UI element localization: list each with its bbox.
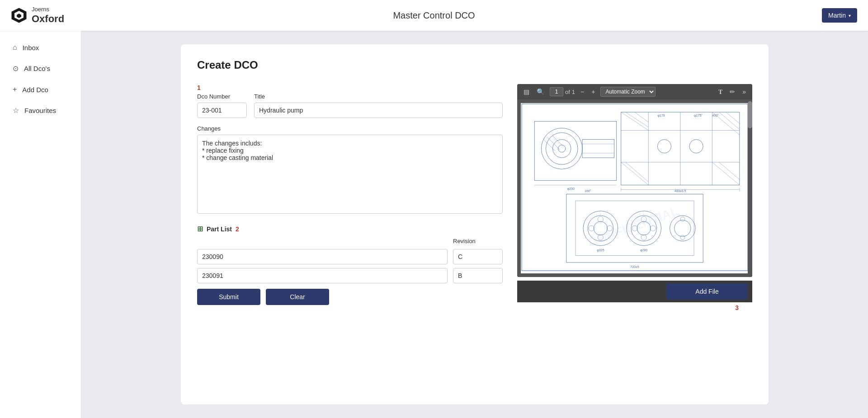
annotate-icon[interactable]: ✏ (728, 87, 737, 96)
star-icon: ☆ (13, 106, 19, 115)
sidebar: ⌂ Inbox ⊙ All Dco's + Add Dco ☆ Favourit… (0, 31, 81, 418)
more-tools-icon[interactable]: » (741, 87, 748, 96)
pdf-page-info: of 1 (550, 87, 575, 96)
search-icon: ⊙ (13, 64, 19, 73)
changes-label: Changes (197, 125, 503, 132)
add-file-button[interactable]: Add File (666, 283, 748, 300)
dco-title-row: Dco Number Title (197, 93, 503, 118)
sidebar-item-all-dcos[interactable]: ⊙ All Dco's (4, 60, 77, 77)
dco-number-group: Dco Number (197, 93, 247, 118)
part-row-2 (197, 268, 503, 283)
user-menu-button[interactable]: Martin ▾ (822, 8, 857, 23)
form-buttons: Submit Clear (197, 289, 503, 305)
part-row-1 (197, 249, 503, 264)
part-number-input-2[interactable] (197, 268, 448, 283)
title-group: Title (254, 93, 503, 118)
part-number-input-1[interactable] (197, 249, 448, 264)
main-content: Create DCO 1 Dco Number Title (81, 31, 868, 418)
main-layout: ⌂ Inbox ⊙ All Dco's + Add Dco ☆ Favourit… (0, 31, 868, 418)
add-file-row: Add File (517, 281, 752, 302)
pdf-viewer-container: ▤ 🔍 of 1 − + Automatic Zoom 50% (517, 84, 752, 311)
svg-text:φ325: φ325 (597, 249, 604, 252)
dco-number-input[interactable] (197, 103, 247, 118)
sidebar-item-add-dco[interactable]: + Add Dco (4, 81, 77, 98)
logo-icon (11, 7, 27, 23)
pdf-search-icon[interactable]: 🔍 (535, 87, 546, 96)
plus-icon: + (13, 85, 17, 94)
svg-text:400°: 400° (712, 114, 719, 117)
title-label: Title (254, 93, 503, 100)
logo: Joerns Oxford (11, 6, 64, 25)
pdf-page: φ200 (521, 103, 749, 273)
create-dco-card: Create DCO 1 Dco Number Title (181, 44, 769, 404)
pdf-scrollbar[interactable] (748, 99, 752, 277)
form-left: 1 Dco Number Title Cha (197, 84, 503, 311)
svg-text:720±5: 720±5 (630, 265, 639, 268)
pdf-viewer: ▤ 🔍 of 1 − + Automatic Zoom 50% (517, 84, 752, 277)
zoom-out-icon[interactable]: − (579, 87, 586, 96)
text-select-icon[interactable]: 𝐓 (717, 87, 724, 97)
svg-text:φ280: φ280 (640, 249, 647, 252)
title-input[interactable] (254, 103, 503, 118)
pdf-canvas: φ200 (517, 99, 752, 277)
svg-text:φ200: φ200 (567, 187, 575, 191)
part-list-title: Part List (207, 225, 232, 233)
changes-textarea[interactable]: The changes includs: * replace fixing * … (197, 135, 503, 214)
add-part-icon[interactable]: ⊞ (197, 225, 203, 233)
chevron-down-icon: ▾ (849, 13, 851, 18)
page-title: Create DCO (197, 59, 752, 71)
revision-input-1[interactable] (453, 249, 503, 264)
svg-text:166°: 166° (585, 189, 591, 193)
dco-number-label: Dco Number (197, 93, 247, 100)
logo-text: Joerns Oxford (32, 6, 64, 25)
sidebar-item-favourites[interactable]: ☆ Favourites (4, 102, 77, 119)
svg-text:φ179: φ179 (657, 114, 665, 117)
zoom-select[interactable]: Automatic Zoom 50% 75% 100% 125% (600, 87, 656, 97)
parts-column-headers: Revision (197, 238, 503, 244)
home-icon: ⌂ (13, 43, 17, 52)
sidebar-item-inbox[interactable]: ⌂ Inbox (4, 39, 77, 56)
page-header-title: Master Control DCO (393, 10, 475, 21)
changes-group: Changes The changes includs: * replace f… (197, 125, 503, 216)
pdf-toolbar: ▤ 🔍 of 1 − + Automatic Zoom 50% (517, 84, 752, 99)
sidebar-toggle-icon[interactable]: ▤ (522, 87, 531, 96)
submit-button[interactable]: Submit (197, 289, 260, 305)
svg-text:φ175°: φ175° (694, 114, 703, 117)
zoom-in-icon[interactable]: + (590, 87, 597, 96)
app-header: Joerns Oxford Master Control DCO Martin … (0, 0, 868, 31)
revision-input-2[interactable] (453, 268, 503, 283)
part-list-header: ⊞ Part List 2 (197, 225, 503, 233)
step-3-badge: 3 (517, 304, 752, 311)
step-1-badge: 1 (197, 84, 201, 91)
svg-rect-3 (521, 103, 749, 272)
step-2-badge: 2 (236, 225, 239, 233)
form-layout: 1 Dco Number Title Cha (197, 84, 752, 311)
pdf-page-input[interactable] (550, 87, 563, 96)
revision-column-header: Revision (453, 238, 503, 244)
technical-drawing: φ200 (521, 103, 749, 272)
clear-button[interactable]: Clear (266, 289, 329, 305)
